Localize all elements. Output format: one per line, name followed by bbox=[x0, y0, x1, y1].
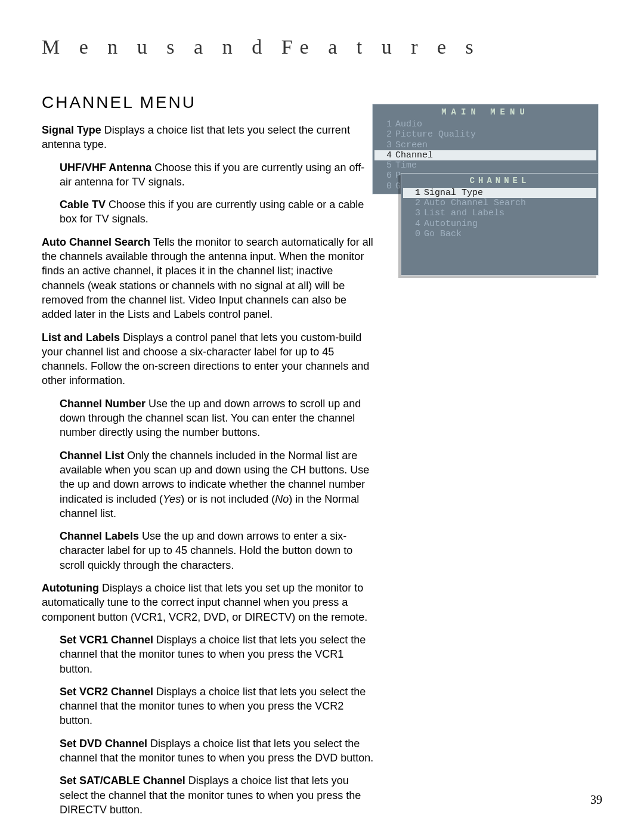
osd-channel-item-signal[interactable]: 1 Signal Type bbox=[403, 188, 596, 198]
osd-main-label-2: Screen bbox=[395, 140, 593, 150]
osd-chan-num-1: 2 bbox=[406, 198, 424, 208]
osd-channel-item-listlabels[interactable]: 3 List and Labels bbox=[401, 208, 598, 218]
osd-main-label-3: Channel bbox=[395, 150, 593, 160]
p-chan-number: Channel Number Use the up and down arrow… bbox=[60, 397, 376, 440]
osd-main-item-channel[interactable]: 4 Channel bbox=[374, 150, 596, 160]
osd-chan-num-2: 3 bbox=[406, 208, 424, 218]
osd-chan-label-2: List and Labels bbox=[424, 208, 593, 218]
osd-main-num-0: 1 bbox=[377, 119, 395, 129]
osd-chan-num-3: 4 bbox=[406, 219, 424, 229]
osd-main-num-1: 2 bbox=[377, 129, 395, 140]
osd-main-label-1: Picture Quality bbox=[395, 129, 593, 140]
text-chan-list-no: No bbox=[275, 493, 289, 505]
osd-channel-item-autotuning[interactable]: 4 Autotuning bbox=[401, 219, 598, 229]
text-auto-search: Tells the monitor to search automaticall… bbox=[42, 236, 373, 320]
p-cable-tv: Cable TV Choose this if you are currentl… bbox=[60, 197, 376, 227]
label-auto-search: Auto Channel Search bbox=[42, 236, 150, 248]
label-cable-tv: Cable TV bbox=[60, 199, 106, 210]
osd-chan-num-0: 1 bbox=[406, 188, 424, 198]
p-auto-search: Auto Channel Search Tells the monitor to… bbox=[42, 235, 376, 322]
osd-channel-title: CHANNEL bbox=[401, 174, 598, 188]
p-set-vcr2: Set VCR2 Channel Displays a choice list … bbox=[60, 685, 376, 728]
p-chan-list: Channel List Only the channels included … bbox=[60, 448, 376, 521]
osd-chan-label-4: Go Back bbox=[424, 229, 593, 239]
label-autotuning: Autotuning bbox=[42, 582, 99, 594]
body-text: Signal Type Displays a choice list that … bbox=[42, 123, 376, 817]
osd-main-title: MAIN MENU bbox=[373, 106, 598, 119]
osd-main-item-picture[interactable]: 2 Picture Quality bbox=[373, 129, 598, 140]
label-chan-labels: Channel Labels bbox=[60, 530, 139, 542]
osd-chan-label-1: Auto Channel Search bbox=[424, 198, 593, 208]
osd-main-item-time[interactable]: 5 Time bbox=[373, 160, 598, 171]
osd-main-num-6: 0 bbox=[377, 181, 395, 191]
p-signal-type: Signal Type Displays a choice list that … bbox=[42, 123, 376, 152]
text-chan-list-yes: Yes bbox=[163, 493, 181, 505]
label-set-dvd: Set DVD Channel bbox=[60, 738, 147, 750]
osd-channel-item-goback[interactable]: 0 Go Back bbox=[401, 229, 598, 239]
label-uhf-vhf: UHF/VHF Antenna bbox=[60, 162, 151, 174]
osd-main-num-5: 6 bbox=[377, 171, 395, 181]
osd-main-num-2: 3 bbox=[377, 140, 395, 150]
p-set-dvd: Set DVD Channel Displays a choice list t… bbox=[60, 736, 376, 766]
manual-page: M e n u s a n d Fe a t u r e s CHANNEL M… bbox=[0, 0, 644, 833]
text-cable-tv: Choose this if you are currently using c… bbox=[60, 199, 364, 225]
osd-channel-item-autosearch[interactable]: 2 Auto Channel Search bbox=[401, 198, 598, 208]
p-uhf-vhf: UHF/VHF Antenna Choose this if you are c… bbox=[60, 160, 376, 190]
label-set-vcr2: Set VCR2 Channel bbox=[60, 686, 153, 698]
osd-main-num-3: 4 bbox=[377, 150, 395, 160]
osd-main-item-audio[interactable]: 1 Audio bbox=[373, 119, 598, 129]
label-set-sat: Set SAT/CABLE Channel bbox=[60, 775, 185, 786]
osd-main-label-0: Audio bbox=[395, 119, 593, 129]
p-chan-labels: Channel Labels Use the up and down arrow… bbox=[60, 529, 376, 572]
osd-screenshot: MAIN MENU 1 Audio 2 Picture Quality 3 Sc… bbox=[372, 104, 599, 275]
osd-main-num-4: 5 bbox=[377, 160, 395, 171]
label-chan-list: Channel List bbox=[60, 450, 124, 462]
osd-chan-label-3: Autotuning bbox=[424, 219, 593, 229]
chapter-heading: M e n u s a n d Fe a t u r e s bbox=[42, 36, 602, 58]
osd-channel-menu: CHANNEL 1 Signal Type 2 Auto Channel Sea… bbox=[401, 173, 599, 275]
page-number: 39 bbox=[590, 793, 602, 807]
osd-chan-num-4: 0 bbox=[406, 229, 424, 239]
osd-main-item-screen[interactable]: 3 Screen bbox=[373, 140, 598, 150]
text-chan-list-mid: ) or is not included ( bbox=[181, 493, 275, 505]
label-list-labels: List and Labels bbox=[42, 332, 120, 343]
p-set-sat: Set SAT/CABLE Channel Displays a choice … bbox=[60, 773, 376, 817]
label-signal-type: Signal Type bbox=[42, 124, 101, 136]
p-set-vcr1: Set VCR1 Channel Displays a choice list … bbox=[60, 633, 376, 676]
osd-main-label-4: Time bbox=[395, 160, 593, 171]
osd-chan-label-0: Signal Type bbox=[424, 188, 593, 198]
p-autotuning: Autotuning Displays a choice list that l… bbox=[42, 581, 376, 624]
p-list-labels: List and Labels Displays a control panel… bbox=[42, 330, 376, 388]
label-set-vcr1: Set VCR1 Channel bbox=[60, 634, 153, 646]
label-chan-number: Channel Number bbox=[60, 398, 145, 410]
